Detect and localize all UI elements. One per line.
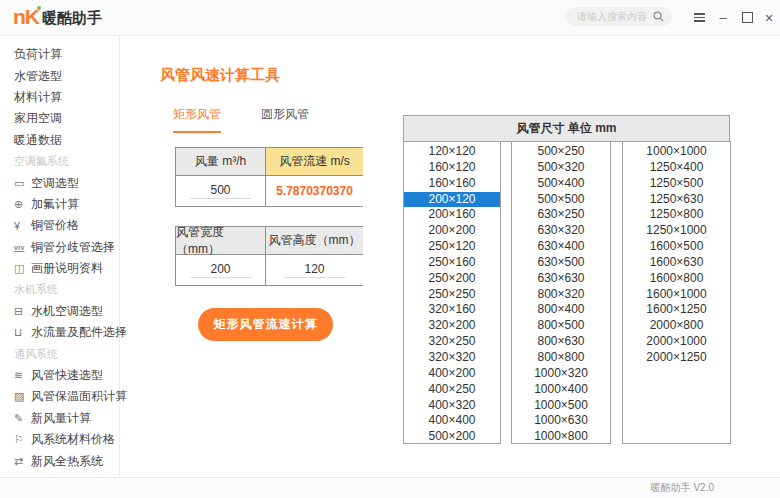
flow-velocity-table: 风量 m³/h 风管流速 m/s 5.7870370370 [175, 147, 363, 207]
sidebar-item[interactable]: ✎新风量计算 [0, 408, 119, 429]
duct-size-item[interactable]: 1600×800 [623, 271, 730, 287]
duct-size-item[interactable]: 500×250 [512, 144, 610, 160]
duct-size-item[interactable]: 1250×1000 [623, 223, 730, 239]
duct-height-input[interactable] [284, 262, 346, 278]
maximize-icon[interactable] [736, 7, 758, 29]
search-input[interactable]: 请输入搜索内容 [566, 7, 672, 26]
duct-size-item[interactable]: 800×500 [512, 318, 610, 334]
duct-size-item[interactable]: 400×320 [404, 398, 500, 414]
duct-size-item[interactable]: 1250×630 [623, 192, 730, 208]
duct-size-item[interactable]: 630×320 [512, 223, 610, 239]
sidebar-group-header: 水机系统 [0, 279, 119, 300]
duct-size-item[interactable]: 200×160 [404, 207, 500, 223]
duct-width-input[interactable] [190, 262, 252, 278]
duct-size-item[interactable]: 800×630 [512, 334, 610, 350]
sidebar-item-label: 负荷计算 [14, 46, 62, 63]
search-icon[interactable] [653, 11, 664, 22]
duct-size-item[interactable]: 1600×500 [623, 239, 730, 255]
duct-size-item[interactable]: 320×160 [404, 302, 500, 318]
duct-size-item[interactable]: 1600×1000 [623, 287, 730, 303]
flow-input[interactable] [190, 183, 252, 199]
duct-size-item[interactable]: 630×250 [512, 207, 610, 223]
duct-size-item[interactable]: 1250×800 [623, 207, 730, 223]
calculate-button[interactable]: 矩形风管流速计算 [198, 308, 333, 341]
refrigerant-calc-icon: ⊕ [14, 198, 31, 211]
duct-size-item[interactable]: 1600×630 [623, 255, 730, 271]
velocity-result: 5.7870370370 [276, 184, 353, 198]
sidebar-item[interactable]: ≋风管快速选型 [0, 365, 119, 386]
fresh-air-calc-icon: ✎ [14, 412, 31, 425]
sidebar-item-label: 风管保温面积计算 [31, 388, 127, 405]
sidebar-item[interactable]: ▭空调选型 [0, 172, 119, 193]
sidebar-item[interactable]: 家用空调 [0, 108, 119, 129]
duct-size-item[interactable]: 200×120 [404, 192, 500, 208]
duct-size-item[interactable]: 250×250 [404, 287, 500, 303]
tab-rectangular-duct[interactable]: 矩形风管 [173, 106, 221, 133]
duct-size-item[interactable]: 1000×1000 [623, 144, 730, 160]
duct-size-item[interactable]: 250×160 [404, 255, 500, 271]
velocity-header: 风管流速 m/s [266, 148, 363, 176]
duct-size-item[interactable]: 500×400 [512, 176, 610, 192]
sidebar-item[interactable]: vrv铜管分歧管选择 [0, 237, 119, 258]
duct-size-item[interactable]: 1000×800 [512, 429, 610, 444]
duct-size-item[interactable]: 800×400 [512, 302, 610, 318]
duct-size-item[interactable]: 200×200 [404, 223, 500, 239]
duct-size-item[interactable]: 500×500 [512, 192, 610, 208]
close-icon[interactable]: × [758, 7, 780, 29]
duct-size-item[interactable]: 400×400 [404, 413, 500, 429]
vrv-branch-icon: vrv [14, 244, 31, 251]
sidebar-item[interactable]: ⊔水流量及配件选择 [0, 322, 119, 343]
duct-size-panel-header: 风管尺寸 单位 mm [403, 115, 730, 142]
duct-size-item[interactable]: 160×120 [404, 160, 500, 176]
minimize-icon[interactable]: – [712, 7, 734, 29]
duct-size-item[interactable]: 250×200 [404, 271, 500, 287]
duct-size-item[interactable]: 160×160 [404, 176, 500, 192]
duct-size-item[interactable]: 1250×400 [623, 160, 730, 176]
duct-size-item[interactable]: 320×200 [404, 318, 500, 334]
duct-material-price-icon: ⚐ [14, 433, 31, 446]
sidebar-item[interactable]: ⚐风系统材料价格 [0, 429, 119, 450]
duct-size-item[interactable]: 2000×1000 [623, 334, 730, 350]
duct-size-item[interactable]: 1600×1250 [623, 302, 730, 318]
duct-size-item[interactable]: 400×250 [404, 382, 500, 398]
duct-size-item[interactable]: 1000×320 [512, 366, 610, 382]
tab-round-duct[interactable]: 圆形风管 [261, 106, 309, 133]
duct-size-item[interactable]: 800×320 [512, 287, 610, 303]
sidebar-item-label: 材料计算 [14, 89, 62, 106]
duct-size-item[interactable]: 320×320 [404, 350, 500, 366]
duct-size-item[interactable]: 1000×500 [512, 398, 610, 414]
menu-icon[interactable] [688, 7, 710, 29]
duct-size-item[interactable]: 120×120 [404, 144, 500, 160]
duct-size-item[interactable]: 1000×630 [512, 413, 610, 429]
sidebar-item[interactable]: ⊟水机空调选型 [0, 301, 119, 322]
sidebar-item[interactable]: ⊕加氟计算 [0, 194, 119, 215]
duct-size-item[interactable]: 1250×500 [623, 176, 730, 192]
duct-size-item[interactable]: 400×200 [404, 366, 500, 382]
duct-size-item[interactable]: 2000×800 [623, 318, 730, 334]
duct-size-item[interactable]: 2000×1250 [623, 350, 730, 366]
duct-size-item[interactable]: 500×200 [404, 429, 500, 444]
duct-size-list-3: 1000×10001250×4001250×5001250×6301250×80… [622, 141, 731, 444]
sidebar-item[interactable]: ◫画册说明资料 [0, 258, 119, 279]
duct-insulation-area-icon: ▨ [14, 390, 31, 403]
sidebar-item[interactable]: 暖通数据 [0, 130, 119, 151]
sidebar-item-label: 水流量及配件选择 [31, 324, 127, 341]
duct-size-item[interactable]: 800×800 [512, 350, 610, 366]
sidebar-item[interactable]: 水管选型 [0, 65, 119, 86]
sidebar-item[interactable]: 负荷计算 [0, 44, 119, 65]
duct-size-item[interactable]: 630×630 [512, 271, 610, 287]
duct-size-item[interactable]: 500×320 [512, 160, 610, 176]
sidebar-item[interactable]: ⇄新风全热系统 [0, 450, 119, 471]
status-bar: 暖酷助手 V2.0 [0, 477, 780, 498]
duct-size-item[interactable]: 630×400 [512, 239, 610, 255]
duct-width-header: 风管宽度（mm） [176, 227, 266, 255]
duct-size-item[interactable]: 320×250 [404, 334, 500, 350]
sidebar-item[interactable]: 材料计算 [0, 87, 119, 108]
sidebar-item-label: 新风量计算 [31, 410, 91, 427]
sidebar-item[interactable]: ¥铜管价格 [0, 215, 119, 236]
sidebar-item-label: 画册说明资料 [31, 260, 103, 277]
sidebar-item[interactable]: ▨风管保温面积计算 [0, 386, 119, 407]
duct-size-item[interactable]: 1000×400 [512, 382, 610, 398]
duct-size-item[interactable]: 250×120 [404, 239, 500, 255]
duct-size-item[interactable]: 630×500 [512, 255, 610, 271]
